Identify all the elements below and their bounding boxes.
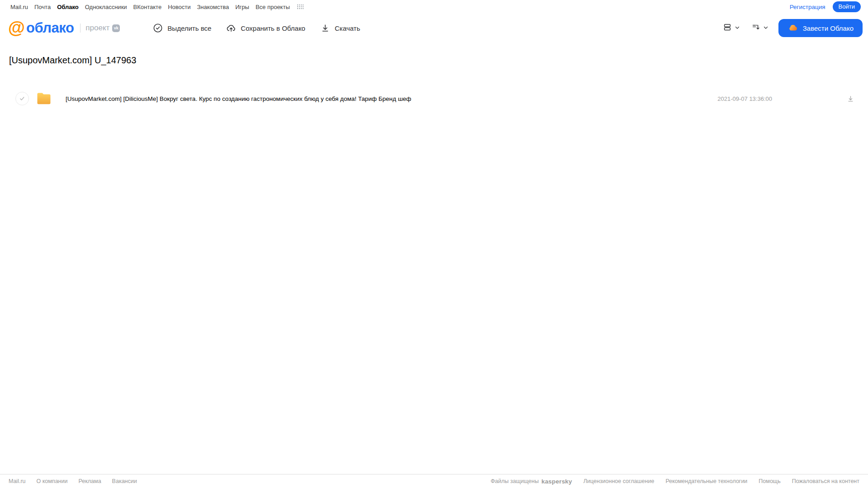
download-label: Скачать xyxy=(335,24,360,32)
nav-item-mailru[interactable]: Mail.ru xyxy=(10,4,28,10)
get-cloud-button[interactable]: Завести Облако xyxy=(778,19,863,37)
row-checkbox[interactable] xyxy=(15,92,29,105)
footer-link-mailru[interactable]: Mail.ru xyxy=(9,478,26,484)
file-row[interactable]: [UsupovMarket.com] [DiliciousMe] Вокруг … xyxy=(0,89,868,109)
nav-item-odnoklassniki[interactable]: Одноклассники xyxy=(85,4,127,10)
view-mode-icon xyxy=(722,22,732,34)
portal-nav: Mail.ru Почта Облако Одноклассники ВКонт… xyxy=(0,0,868,14)
check-circle-icon xyxy=(152,23,163,33)
footer-link-help[interactable]: Помощь xyxy=(759,478,780,484)
nav-item-pochta[interactable]: Почта xyxy=(34,4,51,10)
footer-link-jobs[interactable]: Вакансии xyxy=(112,478,137,484)
sort-dropdown[interactable] xyxy=(751,22,768,34)
row-download-icon[interactable] xyxy=(846,95,855,105)
download-button[interactable]: Скачать xyxy=(320,23,360,33)
apps-grid-icon[interactable] xyxy=(297,5,304,9)
file-name[interactable]: [UsupovMarket.com] [DiliciousMe] Вокруг … xyxy=(66,89,411,109)
mailru-at-icon: @ xyxy=(8,19,25,36)
toolbar: Выделить все Сохранить в Облако Скач xyxy=(152,23,360,33)
nav-item-vkontakte[interactable]: ВКонтакте xyxy=(133,4,162,10)
sort-icon xyxy=(751,22,761,34)
select-all-button[interactable]: Выделить все xyxy=(152,23,211,33)
logo-project-label: проект xyxy=(85,24,109,33)
header-right-controls: Завести Облако xyxy=(722,19,863,37)
footer-link-report-content[interactable]: Пожаловаться на контент xyxy=(792,478,859,484)
chevron-down-icon xyxy=(763,24,768,32)
logo-divider xyxy=(80,24,81,33)
nav-item-oblako[interactable]: Облако xyxy=(57,4,79,10)
footer-right-links: Файлы защищены kaspersky Лицензионное со… xyxy=(491,478,859,485)
footer-link-ads[interactable]: Реклама xyxy=(78,478,101,484)
cloud-logo[interactable]: @ облако проект vk xyxy=(8,20,120,36)
footer-link-about[interactable]: О компании xyxy=(37,478,68,484)
nav-item-igry[interactable]: Игры xyxy=(235,4,249,10)
view-mode-dropdown[interactable] xyxy=(722,22,740,34)
save-to-cloud-button[interactable]: Сохранить в Облако xyxy=(226,23,305,33)
login-button[interactable]: Войти xyxy=(833,1,861,12)
cloud-upload-icon xyxy=(226,23,237,33)
kaspersky-protection: Файлы защищены kaspersky xyxy=(491,478,572,485)
logo-text: облако xyxy=(26,20,74,36)
download-icon xyxy=(320,23,331,33)
nav-item-novosti[interactable]: Новости xyxy=(168,4,190,10)
app-header: @ облако проект vk Выделить все xyxy=(0,14,868,43)
nav-item-all-projects[interactable]: Все проекты xyxy=(256,4,290,10)
portal-nav-links: Mail.ru Почта Облако Одноклассники ВКонт… xyxy=(10,4,304,10)
vk-icon: vk xyxy=(112,24,120,32)
footer-link-license[interactable]: Лицензионное соглашение xyxy=(583,478,655,484)
save-to-cloud-label: Сохранить в Облако xyxy=(241,24,305,32)
kaspersky-logo[interactable]: kaspersky xyxy=(541,478,572,485)
file-date: 2021-09-07 13:36:00 xyxy=(717,89,772,109)
portal-nav-auth: Регистрация Войти xyxy=(790,1,861,12)
get-cloud-label: Завести Облако xyxy=(803,24,854,32)
footer: Mail.ru О компании Реклама Вакансии Файл… xyxy=(0,474,868,488)
footer-left-links: Mail.ru О компании Реклама Вакансии xyxy=(9,478,137,484)
footer-link-recommendations[interactable]: Рекомендательные технологии xyxy=(665,478,747,484)
chevron-down-icon xyxy=(735,24,740,32)
select-all-label: Выделить все xyxy=(167,24,211,32)
nav-item-znakomstva[interactable]: Знакомства xyxy=(197,4,229,10)
registration-link[interactable]: Регистрация xyxy=(790,4,825,10)
cloud-icon xyxy=(787,23,799,33)
page-title: [UsupovMarket.com] U_147963 xyxy=(9,55,136,66)
files-protected-label: Файлы защищены xyxy=(491,478,539,484)
folder-icon xyxy=(36,91,52,107)
